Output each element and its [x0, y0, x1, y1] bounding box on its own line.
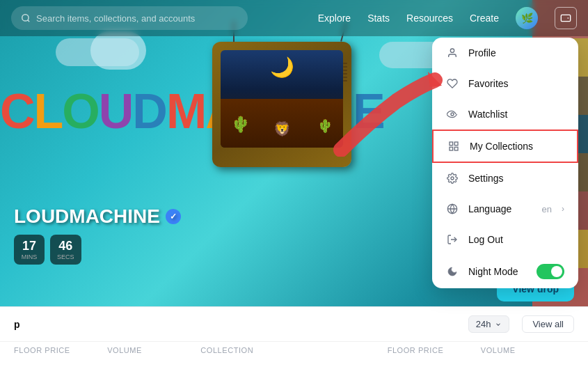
nav-resources[interactable]: Resources: [406, 13, 453, 24]
menu-night-mode-label: Night Mode: [468, 266, 527, 277]
menu-logout-label: Log Out: [468, 234, 564, 245]
menu-item-profile[interactable]: Profile: [432, 38, 578, 68]
nav-explore[interactable]: Explore: [318, 13, 351, 24]
menu-item-collections[interactable]: My Collections: [432, 130, 578, 163]
menu-item-logout[interactable]: Log Out: [432, 224, 578, 255]
countdown: 17 MINS 46 SECS: [14, 235, 181, 265]
night-mode-toggle[interactable]: [537, 264, 564, 279]
menu-item-language[interactable]: Language en ›: [432, 194, 578, 224]
filter-24h-button[interactable]: 24h: [468, 315, 510, 333]
menu-item-watchlist[interactable]: Watchlist: [432, 99, 578, 130]
countdown-secs-label: SECS: [57, 253, 74, 260]
bottom-strip: p 24h View all FLOOR PRICE VOLUME COLLEC…: [0, 306, 588, 392]
th-volume-1: VOLUME: [107, 346, 200, 354]
tv-artwork: 🌙 🌵 🌵 🦁: [212, 42, 365, 195]
dropdown-menu: Profile Favorites Watchlist My Collectio…: [432, 38, 578, 288]
menu-language-value: en: [542, 204, 552, 214]
settings-icon: [446, 172, 459, 185]
tv-vents: [343, 63, 347, 81]
hero-title-text: LOUDMACHINE: [14, 205, 160, 228]
chevron-down-icon: [495, 321, 502, 328]
chevron-right-icon: ›: [562, 204, 564, 214]
tv-figure: 🦁: [273, 120, 291, 137]
filter-label: 24h: [476, 319, 491, 329]
menu-item-favorites[interactable]: Favorites: [432, 68, 578, 99]
countdown-mins: 17 MINS: [14, 235, 45, 265]
nav-stats[interactable]: Stats: [367, 13, 390, 24]
tv-moon: 🌙: [270, 56, 294, 79]
tv-cactus-right: 🌵: [317, 118, 333, 134]
menu-settings-label: Settings: [468, 173, 564, 184]
svg-rect-4: [450, 142, 453, 146]
collections-icon: [447, 140, 460, 152]
svg-point-0: [22, 15, 29, 21]
wallet-icon: [560, 13, 571, 24]
nav-wallet[interactable]: [555, 7, 577, 29]
countdown-mins-label: MINS: [21, 253, 38, 260]
nav-links: Explore Stats Resources Create 🌿: [318, 7, 577, 29]
navbar: Search items, collections, and accounts …: [0, 0, 588, 36]
svg-point-8: [451, 177, 454, 180]
menu-collections-label: My Collections: [470, 141, 563, 152]
nav-avatar[interactable]: 🌿: [516, 7, 538, 29]
table-header-row: FLOOR PRICE VOLUME COLLECTION FLOOR PRIC…: [0, 342, 588, 359]
th-spacer: [294, 346, 388, 354]
night-mode-icon: [446, 265, 459, 278]
menu-favorites-label: Favorites: [468, 78, 564, 89]
countdown-secs: 46 SECS: [50, 235, 81, 265]
verified-badge: ✓: [166, 209, 181, 224]
countdown-mins-value: 17: [21, 239, 38, 253]
menu-watchlist-label: Watchlist: [468, 109, 564, 120]
tv-screen: 🌙 🌵 🌵 🦁: [221, 50, 343, 148]
th-floor-price-2: FLOOR PRICE: [388, 346, 481, 354]
hero-info: LOUDMACHINE ✓ 17 MINS 46 SECS: [14, 205, 181, 265]
menu-item-night-mode[interactable]: Night Mode: [432, 255, 578, 288]
th-floor-price-1: FLOOR PRICE: [14, 346, 107, 354]
svg-point-2: [450, 49, 454, 52]
menu-language-label: Language: [468, 203, 532, 214]
toggle-knob: [551, 266, 562, 277]
th-collection: COLLECTION: [200, 346, 294, 354]
menu-item-settings[interactable]: Settings: [432, 163, 578, 194]
tv-cactus-left: 🌵: [231, 116, 250, 134]
th-volume-2: VOLUME: [481, 346, 574, 354]
bottom-strip-header: p 24h View all: [0, 307, 588, 342]
bottom-strip-title: p: [14, 319, 20, 330]
cloud-2: [90, 31, 146, 70]
tv-frame: 🌙 🌵 🌵 🦁: [212, 42, 351, 167]
svg-rect-1: [561, 15, 570, 21]
svg-rect-7: [450, 147, 453, 150]
language-icon: [446, 203, 459, 215]
search-icon: [21, 13, 31, 23]
search-placeholder: Search items, collections, and accounts: [36, 13, 195, 24]
menu-profile-label: Profile: [468, 47, 564, 58]
search-bar[interactable]: Search items, collections, and accounts: [11, 6, 248, 30]
view-all-button[interactable]: View all: [522, 315, 574, 333]
nav-create[interactable]: Create: [470, 13, 499, 24]
hero-title-row: LOUDMACHINE ✓: [14, 205, 181, 228]
svg-rect-5: [454, 142, 458, 146]
profile-icon: [446, 47, 459, 59]
favorites-icon: [446, 77, 459, 90]
watchlist-icon: [446, 108, 459, 120]
svg-point-3: [451, 113, 454, 116]
countdown-secs-value: 46: [57, 239, 74, 253]
svg-rect-6: [454, 147, 458, 150]
logout-icon: [446, 233, 459, 246]
